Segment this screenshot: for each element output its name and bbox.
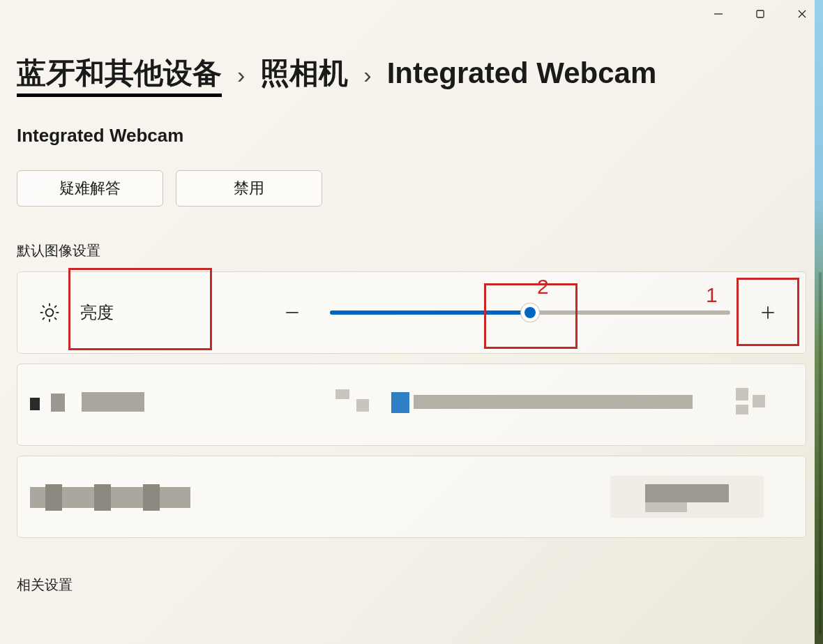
- svg-line-11: [43, 318, 45, 320]
- troubleshoot-button[interactable]: 疑难解答: [17, 170, 163, 207]
- decrease-brightness-button[interactable]: [275, 296, 309, 329]
- close-icon: [797, 9, 807, 19]
- disable-button[interactable]: 禁用: [176, 170, 322, 207]
- minimize-icon: [713, 9, 723, 19]
- maximize-icon: [755, 9, 765, 19]
- breadcrumb: 蓝牙和其他设备 › 照相机 › Integrated Webcam: [17, 56, 806, 97]
- breadcrumb-camera[interactable]: 照相机: [260, 56, 348, 91]
- brightness-slider[interactable]: [330, 306, 730, 320]
- close-button[interactable]: [781, 0, 823, 28]
- svg-line-9: [43, 306, 45, 308]
- increase-brightness-button[interactable]: [751, 296, 785, 329]
- maximize-button[interactable]: [739, 0, 781, 28]
- minus-icon: [283, 304, 301, 322]
- plus-icon: [759, 304, 777, 322]
- svg-rect-1: [757, 10, 764, 17]
- section-related-settings: 相关设置: [17, 576, 806, 594]
- scrollbar[interactable]: [819, 272, 822, 635]
- minimize-button[interactable]: [697, 0, 739, 28]
- breadcrumb-bluetooth[interactable]: 蓝牙和其他设备: [17, 56, 222, 97]
- chevron-right-icon: ›: [361, 61, 374, 89]
- brightness-icon: [38, 301, 61, 324]
- svg-line-12: [54, 306, 56, 308]
- chevron-right-icon: ›: [234, 61, 248, 89]
- section-default-image-settings: 默认图像设置: [17, 241, 806, 260]
- brightness-setting-row: 亮度: [17, 271, 806, 354]
- brightness-label: 亮度: [80, 301, 164, 324]
- setting-row-obscured-2: [17, 456, 806, 538]
- slider-fill: [330, 310, 530, 315]
- setting-row-obscured-1: [17, 364, 806, 446]
- window-controls: [697, 0, 823, 28]
- svg-point-4: [46, 309, 54, 317]
- page-title: Integrated Webcam: [17, 125, 806, 147]
- svg-line-10: [54, 318, 56, 320]
- slider-thumb[interactable]: [520, 303, 540, 322]
- breadcrumb-current: Integrated Webcam: [387, 56, 657, 91]
- action-row: 疑难解答 禁用: [17, 170, 806, 207]
